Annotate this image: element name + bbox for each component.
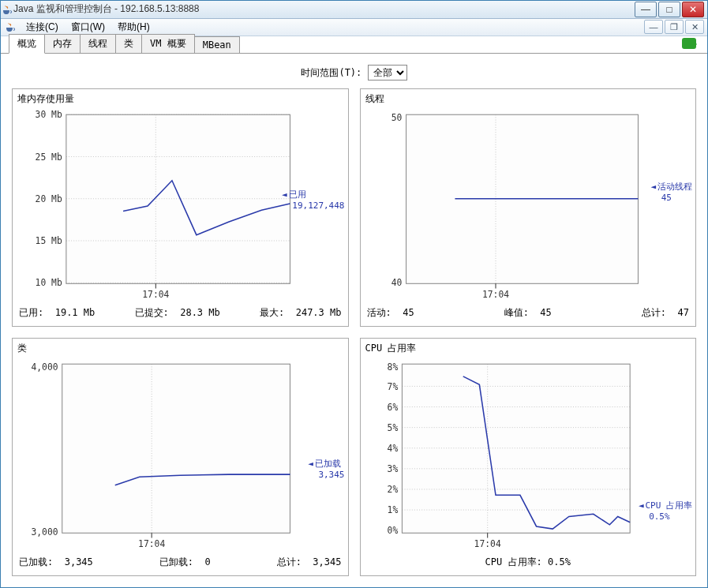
java-icon — [4, 21, 17, 33]
menu-bar: 连接(C) 窗口(W) 帮助(H) — [21, 19, 155, 36]
inner-close-button[interactable]: ✕ — [685, 20, 704, 34]
svg-rect-0 — [66, 114, 290, 283]
titlebar: Java 监视和管理控制台 - 192.168.5.13:8888 — □ ✕ — [1, 1, 707, 19]
svg-text:8%: 8% — [387, 361, 398, 372]
minimize-button[interactable]: — — [635, 2, 657, 17]
svg-text:5%: 5% — [387, 422, 398, 433]
window-title: Java 监视和管理控制台 - 192.168.5.13:8888 — [13, 2, 633, 16]
svg-text:10 Mb: 10 Mb — [36, 277, 62, 288]
cpu-pane: CPU 占用率 8% 7% 6% 5% 4% 3% 2% 1% 0% — [360, 338, 697, 576]
inner-window-buttons: — ❐ ✕ — [642, 20, 704, 34]
cpu-legend: ◄CPU 占用率 0.5% — [639, 500, 692, 523]
close-button[interactable]: ✕ — [682, 2, 704, 17]
svg-text:3%: 3% — [387, 463, 398, 474]
menu-window[interactable]: 窗口(W) — [66, 19, 110, 36]
svg-text:3,000: 3,000 — [31, 526, 58, 537]
inner-minimize-button[interactable]: — — [644, 20, 663, 34]
classes-pane: 类 4,000 3,000 17:04 ◄已加载 3,345 — [12, 338, 349, 576]
chart-grid: 堆内存使用量 30 Mb 25 Mb 20 Mb 15 Mb — [12, 88, 696, 576]
content-area: 时间范围(T): 全部 堆内存使用量 30 — [1, 54, 707, 587]
time-range-select[interactable]: 全部 — [368, 65, 407, 81]
java-icon — [1, 3, 13, 16]
menu-connect[interactable]: 连接(C) — [21, 19, 63, 36]
heap-pane: 堆内存使用量 30 Mb 25 Mb 20 Mb 15 Mb — [12, 88, 349, 327]
svg-rect-20 — [62, 364, 290, 533]
svg-text:4%: 4% — [387, 443, 398, 454]
classes-footer: 已加载: 3,345 已卸载: 0 总计: 3,345 — [13, 551, 348, 575]
svg-text:50: 50 — [391, 111, 402, 122]
main-window: Java 监视和管理控制台 - 192.168.5.13:8888 — □ ✕ … — [0, 0, 708, 588]
cpu-footer: CPU 占用率: 0.5% — [361, 551, 696, 575]
svg-text:1%: 1% — [387, 504, 398, 515]
menu-help[interactable]: 帮助(H) — [113, 19, 155, 36]
heap-legend: ◄已用 19,127,448 — [282, 189, 344, 212]
svg-text:30 Mb: 30 Mb — [36, 110, 62, 120]
svg-text:15 Mb: 15 Mb — [36, 235, 62, 246]
svg-text:40: 40 — [391, 277, 402, 288]
classes-title: 类 — [13, 339, 348, 358]
tab-threads[interactable]: 线程 — [80, 34, 116, 53]
svg-text:25 Mb: 25 Mb — [36, 151, 62, 162]
tab-vm[interactable]: VM 概要 — [141, 34, 195, 53]
svg-text:17:04: 17:04 — [481, 289, 508, 300]
heap-title: 堆内存使用量 — [13, 89, 348, 109]
threads-legend: ◄活动线程 45 — [650, 182, 692, 204]
time-range-row: 时间范围(T): 全部 — [12, 65, 696, 81]
tab-classes[interactable]: 类 — [115, 34, 142, 53]
svg-text:7%: 7% — [387, 380, 398, 391]
svg-text:0%: 0% — [387, 525, 398, 536]
svg-text:17:04: 17:04 — [138, 538, 165, 549]
tab-memory[interactable]: 内存 — [44, 34, 81, 53]
svg-text:2%: 2% — [387, 484, 398, 495]
threads-pane: 线程 50 40 17:04 ◄活动线程 45 — [360, 88, 697, 327]
time-range-label: 时间范围(T): — [301, 67, 361, 78]
threads-chart: 50 40 17:04 ◄活动线程 45 — [365, 110, 691, 300]
tab-bar: 概览 内存 线程 类 VM 概要 MBean — [1, 36, 707, 54]
svg-text:4,000: 4,000 — [31, 361, 58, 372]
svg-rect-26 — [402, 364, 630, 533]
heap-footer: 已用: 19.1 Mb 已提交: 28.3 Mb 最大: 247.3 Mb — [13, 301, 348, 326]
maximize-button[interactable]: □ — [658, 2, 680, 17]
window-buttons: — □ ✕ — [633, 2, 704, 17]
svg-text:20 Mb: 20 Mb — [36, 193, 62, 204]
threads-footer: 活动: 45 峰值: 45 总计: 47 — [361, 301, 696, 326]
svg-text:17:04: 17:04 — [474, 538, 500, 549]
inner-restore-button[interactable]: ❐ — [665, 20, 684, 34]
cpu-chart: 8% 7% 6% 5% 4% 3% 2% 1% 0% — [365, 360, 691, 549]
heap-chart: 30 Mb 25 Mb 20 Mb 15 Mb 10 Mb 17:04 ◄已用 — [17, 110, 343, 300]
connection-status-icon — [682, 38, 696, 49]
cpu-title: CPU 占用率 — [361, 339, 696, 358]
classes-legend: ◄已加载 3,345 — [308, 459, 344, 481]
tab-overview[interactable]: 概览 — [9, 34, 45, 54]
tab-mbean[interactable]: MBean — [194, 36, 240, 53]
svg-text:6%: 6% — [387, 401, 398, 412]
classes-chart: 4,000 3,000 17:04 ◄已加载 3,345 — [17, 360, 343, 549]
threads-title: 线程 — [361, 89, 696, 109]
svg-text:17:04: 17:04 — [142, 289, 169, 300]
